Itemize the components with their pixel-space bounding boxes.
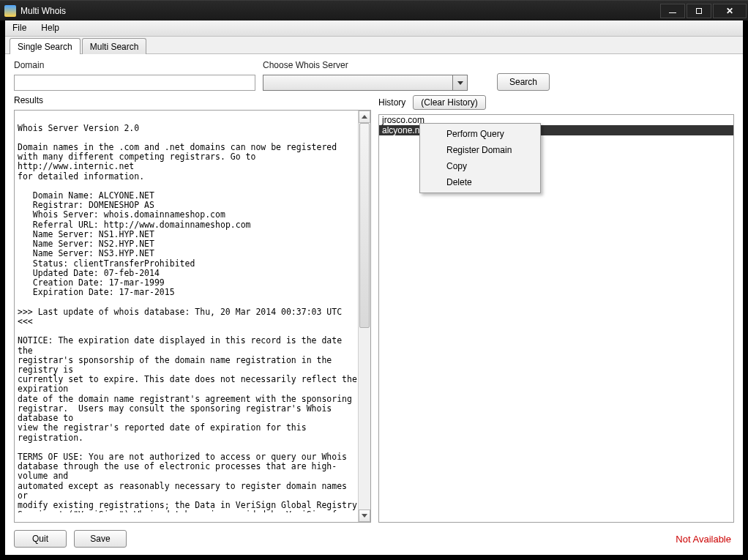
- menu-file[interactable]: File: [5, 20, 34, 36]
- results-text[interactable]: Whois Server Version 2.0 Domain names in…: [18, 124, 357, 512]
- domain-label: Domain: [14, 60, 255, 70]
- choose-server-label: Choose Whois Server: [263, 60, 468, 70]
- search-button[interactable]: Search: [497, 73, 550, 91]
- close-button[interactable]: ✕: [713, 4, 747, 18]
- window-buttons: ✕: [659, 4, 747, 18]
- app-icon: [4, 5, 16, 17]
- tab-single-search[interactable]: Single Search: [10, 38, 81, 54]
- results-label: Results: [14, 95, 371, 105]
- menubar: File Help: [5, 20, 743, 37]
- titlebar[interactable]: Multi Whois ✕: [0, 0, 748, 20]
- scroll-up-button[interactable]: [359, 111, 370, 123]
- app-window: Multi Whois ✕ File Help Single Search Mu…: [0, 0, 748, 560]
- chevron-down-icon[interactable]: [452, 75, 467, 90]
- whois-server-select[interactable]: [263, 75, 468, 91]
- context-perform-query[interactable]: Perform Query: [422, 126, 539, 142]
- results-section: Results Whois Server Version 2.0 Domain …: [14, 95, 371, 523]
- scrollbar[interactable]: [358, 111, 370, 522]
- footer: Quit Save Not Available: [14, 523, 734, 549]
- client-area: File Help Single Search Multi Search Dom…: [0, 20, 748, 560]
- context-delete[interactable]: Delete: [422, 174, 539, 190]
- history-section: History (Clear History) jrosco.comalcyon…: [378, 95, 734, 523]
- scroll-track[interactable]: [359, 123, 370, 509]
- status-text: Not Available: [676, 534, 731, 545]
- maximize-button[interactable]: [687, 4, 711, 18]
- history-label: History: [378, 97, 405, 108]
- clear-history-button[interactable]: (Clear History): [413, 95, 485, 110]
- domain-input[interactable]: [14, 75, 255, 91]
- results-history-row: Results Whois Server Version 2.0 Domain …: [14, 95, 734, 523]
- context-register-domain[interactable]: Register Domain: [422, 142, 539, 158]
- save-button[interactable]: Save: [74, 530, 127, 548]
- tab-panel: Domain Choose Whois Server Search: [5, 54, 743, 555]
- minimize-button[interactable]: [660, 4, 685, 18]
- window-title: Multi Whois: [20, 6, 659, 16]
- scroll-down-button[interactable]: [359, 509, 370, 522]
- input-row: Domain Choose Whois Server Search: [14, 60, 734, 91]
- tabstrip: Single Search Multi Search: [5, 37, 743, 54]
- context-menu[interactable]: Perform Query Register Domain Copy Delet…: [419, 123, 541, 193]
- quit-button[interactable]: Quit: [14, 530, 67, 548]
- menu-help[interactable]: Help: [34, 20, 67, 36]
- tab-multi-search[interactable]: Multi Search: [82, 38, 147, 54]
- results-box: Whois Server Version 2.0 Domain names in…: [14, 110, 371, 523]
- context-copy[interactable]: Copy: [422, 158, 539, 174]
- scroll-thumb[interactable]: [359, 123, 370, 328]
